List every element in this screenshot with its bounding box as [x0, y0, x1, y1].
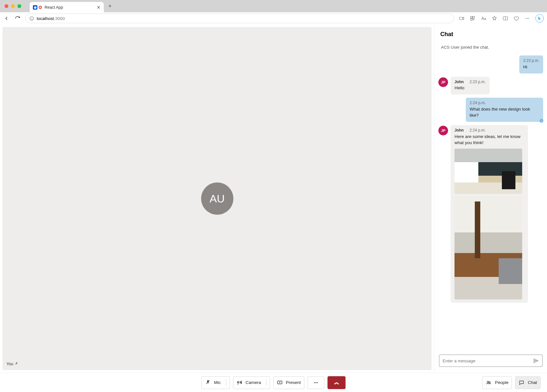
- chat-title: Chat: [435, 27, 547, 40]
- window-fullscreen-button[interactable]: [17, 4, 21, 8]
- chat-input-area: [435, 351, 547, 370]
- mic-muted-icon: [15, 362, 18, 366]
- browser-chrome: React App ✕ + localhost:3000: [0, 0, 547, 24]
- more-icon: [313, 380, 319, 386]
- favorite-icon[interactable]: [492, 15, 497, 21]
- svg-point-16: [316, 382, 317, 383]
- toolbar-center: Mic Camera Present: [201, 376, 346, 389]
- message-time: 2:23 p.m.: [523, 58, 539, 64]
- new-tab-button[interactable]: +: [108, 3, 112, 10]
- window-minimize-button[interactable]: [11, 4, 15, 8]
- tab-favicon-icon: [33, 5, 37, 10]
- message-row: 2:24 p.m. What does the new design look …: [438, 98, 543, 122]
- participant-avatar: AU: [201, 182, 233, 215]
- message-text: Hello: [454, 85, 486, 91]
- more-menu-icon[interactable]: [524, 15, 530, 21]
- attachment-image[interactable]: [454, 196, 522, 299]
- app-body: AU You Chat ACS User joined the chat. 2:…: [0, 24, 547, 373]
- message-sender: John: [454, 128, 464, 133]
- mic-button[interactable]: Mic: [201, 376, 230, 389]
- camera-off-icon: [237, 380, 242, 386]
- camera-label: Camera: [246, 380, 261, 385]
- send-button[interactable]: [533, 358, 539, 364]
- message-time: 2:24 p.m.: [470, 100, 539, 106]
- message-row: JP John 2:24 p.m. Here are some ideas, l…: [438, 125, 543, 303]
- sender-avatar[interactable]: JP: [438, 126, 448, 135]
- browser-tab[interactable]: React App ✕: [30, 2, 104, 13]
- call-toolbar: Mic Camera Present: [0, 373, 547, 392]
- site-info-icon[interactable]: [29, 16, 34, 21]
- people-label: People: [495, 380, 508, 385]
- window-close-button[interactable]: [5, 4, 8, 8]
- split-screen-icon[interactable]: [503, 15, 508, 21]
- self-label: You: [6, 362, 13, 366]
- svg-point-18: [487, 381, 489, 383]
- app-root: AU You Chat ACS User joined the chat. 2:…: [0, 24, 547, 392]
- tab-close-button[interactable]: ✕: [97, 5, 101, 10]
- svg-point-11: [527, 18, 528, 19]
- back-button[interactable]: [3, 15, 10, 22]
- svg-point-17: [317, 382, 318, 383]
- svg-rect-4: [459, 17, 463, 20]
- message-input[interactable]: [443, 358, 533, 363]
- chat-input[interactable]: [439, 355, 542, 367]
- camera-permission-icon[interactable]: [459, 15, 464, 21]
- svg-point-15: [314, 382, 315, 383]
- system-message: ACS User joined the chat.: [438, 42, 543, 55]
- read-receipt-icon: [539, 119, 544, 123]
- camera-button[interactable]: Camera: [233, 376, 270, 389]
- message-row: JP John 2:23 p.m. Hello: [438, 77, 543, 95]
- text-size-icon[interactable]: [481, 15, 486, 21]
- message-sender: John: [454, 79, 464, 85]
- refresh-button[interactable]: [14, 15, 21, 22]
- mic-off-icon: [205, 380, 211, 386]
- url-host: localhost: [37, 16, 54, 21]
- message-bubble[interactable]: John 2:24 p.m. Here are some ideas, let …: [451, 125, 528, 303]
- svg-point-10: [525, 18, 526, 19]
- message-time: 2:23 p.m.: [470, 79, 486, 85]
- share-screen-icon: [277, 380, 283, 386]
- url-port: :3000: [54, 16, 65, 21]
- message-bubble[interactable]: John 2:23 p.m. Hello: [451, 77, 490, 95]
- message-time: 2:24 p.m.: [470, 128, 486, 133]
- people-icon: [486, 380, 492, 386]
- chat-message-list[interactable]: ACS User joined the chat. 2:23 p.m. Hi J…: [435, 40, 547, 351]
- svg-rect-6: [473, 16, 474, 18]
- message-text: Here are some ideas, let me know what yo…: [454, 134, 524, 146]
- hangup-button[interactable]: [327, 376, 346, 389]
- svg-rect-7: [471, 19, 472, 20]
- mic-label: Mic: [214, 380, 221, 385]
- chat-icon: [519, 380, 524, 386]
- svg-point-12: [528, 18, 529, 19]
- window-controls: [5, 4, 21, 8]
- chat-button[interactable]: Chat: [515, 376, 541, 389]
- collections-icon[interactable]: [513, 15, 519, 21]
- address-bar: localhost:3000: [0, 12, 547, 24]
- sender-avatar[interactable]: JP: [438, 77, 448, 87]
- participant-initials: AU: [210, 192, 225, 205]
- video-stage: AU You: [3, 27, 432, 370]
- tab-recording-icon: [39, 6, 42, 9]
- svg-point-19: [489, 381, 491, 383]
- message-bubble[interactable]: 2:24 p.m. What does the new design look …: [466, 98, 543, 122]
- svg-rect-5: [471, 16, 472, 18]
- message-text: Hi: [523, 64, 539, 70]
- message-bubble[interactable]: 2:23 p.m. Hi: [519, 55, 543, 74]
- svg-point-0: [34, 6, 36, 9]
- bing-button[interactable]: [535, 14, 544, 23]
- toolbar-right: People Chat: [482, 376, 541, 389]
- present-label: Present: [286, 380, 301, 385]
- chat-label: Chat: [528, 380, 537, 385]
- message-row: 2:23 p.m. Hi: [438, 55, 543, 74]
- extensions-icon[interactable]: [470, 15, 475, 21]
- attachment-image[interactable]: [454, 149, 522, 194]
- hangup-icon: [334, 380, 339, 386]
- chat-panel: Chat ACS User joined the chat. 2:23 p.m.…: [434, 24, 547, 373]
- tab-bar: React App ✕ +: [0, 0, 547, 12]
- people-button[interactable]: People: [482, 376, 512, 389]
- present-button[interactable]: Present: [273, 376, 305, 389]
- more-options-button[interactable]: [308, 376, 324, 389]
- self-indicator: You: [6, 362, 18, 366]
- url-field[interactable]: localhost:3000: [25, 14, 454, 23]
- message-text: What does the new design look like?: [470, 106, 539, 119]
